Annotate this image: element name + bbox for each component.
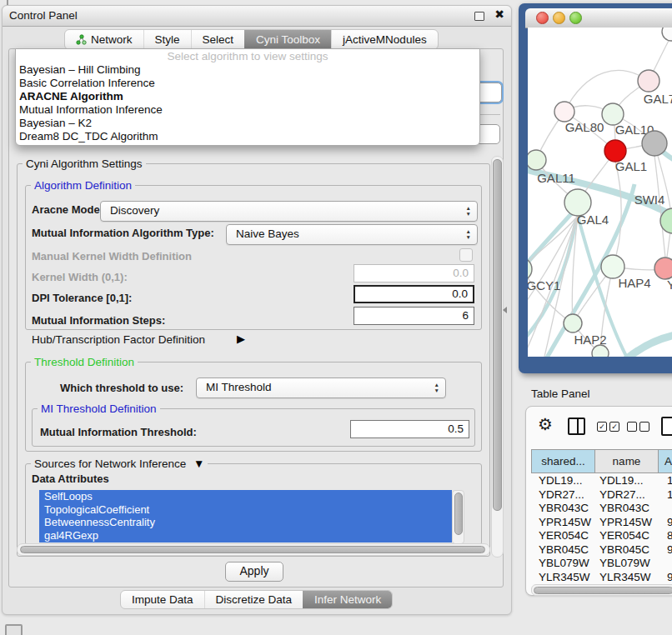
attributes-scrollbar-track[interactable] (452, 490, 464, 544)
table-cell: YBR045C (531, 543, 599, 558)
table-hscrollbar-thumb[interactable] (534, 587, 672, 594)
control-panel-title: Control Panel (9, 6, 78, 26)
table-hscrollbar-track[interactable] (531, 584, 672, 596)
network-icon (76, 34, 87, 45)
kernel-width-label: Kernel Width (0,1): (32, 271, 128, 283)
data-attributes-list: SelfLoopsTopologicalCoefficientBetweenne… (39, 490, 452, 542)
dropdown-item[interactable]: ARACNE Algorithm (16, 90, 479, 103)
minimize-traffic-light[interactable] (553, 12, 565, 24)
collapsed-arrow-icon[interactable]: ▶ (237, 332, 245, 345)
group-title: Threshold Definition (31, 356, 138, 368)
tab-style[interactable]: Style (143, 30, 191, 49)
settings-hscrollbar-track[interactable] (17, 543, 490, 556)
tab-cyni-toolbox[interactable]: Cyni Toolbox (244, 30, 331, 49)
table-cell (663, 557, 667, 571)
attribute-item-selected[interactable]: SelfLoops (39, 490, 452, 503)
tab-discretize-data[interactable]: Discretize Data (204, 591, 303, 608)
attribute-item-selected[interactable]: TopologicalCoefficient (39, 503, 452, 517)
table-cell: 9. (663, 571, 672, 584)
column-header-A[interactable]: A (658, 449, 672, 473)
network-node-gal80[interactable] (554, 102, 574, 122)
network-canvas[interactable]: GAL7GAL80GAL10GAL1GAL11GAL4SWI4GCY1HAP4Y… (528, 28, 672, 357)
dropdown-item[interactable]: Dream8 DC_TDC Algorithm (16, 130, 479, 143)
table-row[interactable]: YBL079WYBL079W (531, 557, 672, 571)
settings-hscrollbar-thumb[interactable] (20, 546, 485, 553)
table-data-group-border-partial (479, 114, 500, 115)
mi-threshold-label: Mutual Information Threshold: (40, 426, 197, 438)
tab-network[interactable]: Network (65, 30, 143, 49)
table-row[interactable]: YER054CYER054C8. (531, 529, 672, 543)
deselect-all-icon[interactable] (627, 422, 649, 432)
kernel-width-field[interactable]: 0.0 (354, 264, 474, 282)
table-cell: 9. (663, 543, 672, 558)
new-table-icon[interactable] (661, 417, 672, 436)
table-row[interactable]: YDR27...YDR27...12 (531, 488, 672, 502)
aracne-mode-combo[interactable]: Discovery ▲▼ (100, 201, 478, 222)
tab-infer-network[interactable]: Infer Network (303, 591, 392, 608)
close-icon[interactable]: ✖ (494, 8, 504, 21)
dropdown-item[interactable]: Basic Correlation Inference (16, 77, 479, 90)
table-cell: YBR043C (599, 502, 663, 516)
minimized-panel-icon[interactable] (5, 624, 23, 635)
tab-label: Network (91, 30, 133, 49)
network-node-gal7[interactable] (638, 70, 659, 92)
attributes-scrollbar-thumb[interactable] (454, 492, 463, 535)
node-label: SWI4 (634, 192, 665, 207)
float-panel-icon[interactable] (474, 12, 484, 21)
tab-impute-data[interactable]: Impute Data (121, 591, 204, 608)
group-title: Cyni Algorithm Settings (23, 158, 146, 170)
tab-select[interactable]: Select (191, 30, 245, 49)
settings-scrollbar-thumb[interactable] (493, 159, 502, 511)
table-row[interactable]: YBR043CYBR043C (531, 502, 672, 516)
node-label: GCY1 (528, 278, 560, 292)
splitter-collapse-arrow[interactable] (503, 307, 507, 313)
attribute-item-selected[interactable]: BetweennessCentrality (39, 516, 452, 529)
table-cell: YDR27... (531, 488, 599, 502)
control-panel-tabs: Network Style Select Cyni Toolbox jActiv… (64, 29, 439, 50)
table-cell: YDR27... (599, 488, 663, 502)
gear-icon[interactable]: ⚙ (538, 414, 553, 434)
network-graph: GAL7GAL80GAL10GAL1GAL11GAL4SWI4GCY1HAP4Y… (528, 28, 672, 357)
mi-steps-label: Mutual Information Steps: (32, 314, 165, 327)
table-row[interactable]: YBR045CYBR045C9. (531, 543, 672, 558)
manual-kernel-checkbox[interactable] (459, 248, 473, 262)
settings-scrollbar-track[interactable] (491, 156, 504, 558)
network-node-gal11[interactable] (528, 150, 546, 170)
hub-definition-expander-label[interactable]: Hub/Transcription Factor Definition (32, 333, 205, 346)
aracne-mode-label: Aracne Mode: (32, 203, 103, 216)
dropdown-item[interactable]: Mutual Information Inference (16, 103, 479, 117)
columns-icon[interactable] (568, 418, 585, 435)
network-node[interactable] (662, 28, 672, 41)
table-row[interactable]: YLR345WYLR345W9. (531, 571, 672, 584)
expanded-arrow-icon[interactable]: ▼ (193, 458, 204, 470)
dpi-tolerance-label: DPI Tolerance [0,1]: (32, 292, 132, 304)
dropdown-item[interactable]: Bayesian – K2 (16, 117, 479, 130)
mi-steps-field[interactable]: 6 (354, 307, 474, 325)
network-node-y[interactable] (654, 258, 672, 279)
mi-threshold-field[interactable]: 0.5 (350, 420, 469, 438)
column-header-shared...[interactable]: shared... (531, 449, 595, 473)
algorithm-dropdown: Select algorithm to view settings Bayesi… (15, 48, 480, 146)
column-header-name[interactable]: name (594, 449, 659, 473)
table-row[interactable]: YPR145WYPR145W9. (531, 516, 672, 530)
mi-algorithm-type-combo[interactable]: Naive Bayes ▲▼ (226, 224, 478, 245)
network-node[interactable] (592, 345, 609, 357)
table-panel-title: Table Panel (531, 388, 590, 400)
which-threshold-combo[interactable]: MI Threshold ▲▼ (196, 378, 446, 398)
tab-jactivemnodules[interactable]: jActiveMNodules (331, 30, 438, 49)
tab-label: Style (155, 30, 180, 49)
network-node-hap2[interactable] (564, 314, 582, 332)
zoom-traffic-light[interactable] (569, 12, 582, 24)
attribute-item-selected[interactable]: gal4RGexp (39, 529, 452, 542)
tab-label: Cyni Toolbox (256, 30, 320, 49)
select-all-icon[interactable]: ✓ ✓ (597, 422, 619, 432)
dpi-tolerance-field[interactable]: 0.0 (354, 285, 474, 303)
close-traffic-light[interactable] (536, 12, 549, 24)
table-row[interactable]: YDL19...YDL19...13 (531, 474, 672, 488)
node-label: GAL7 (644, 92, 672, 106)
network-node[interactable] (642, 131, 667, 156)
dropdown-item[interactable]: Bayesian – Hill Climbing (16, 63, 479, 77)
network-node-hap4[interactable] (601, 255, 624, 278)
unchecked-box-icon (639, 422, 649, 432)
apply-button[interactable]: Apply (225, 562, 283, 582)
